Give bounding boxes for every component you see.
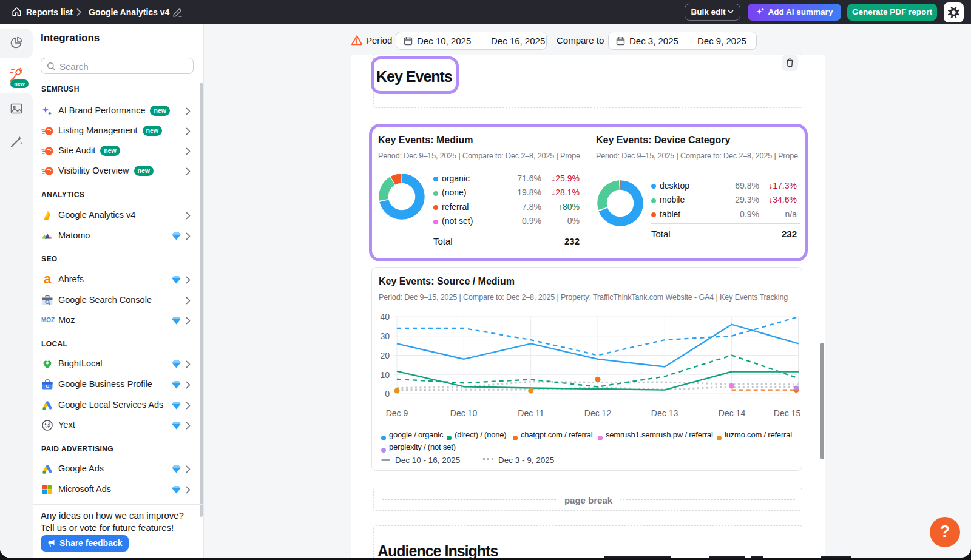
svg-text:G: G — [46, 383, 49, 389]
